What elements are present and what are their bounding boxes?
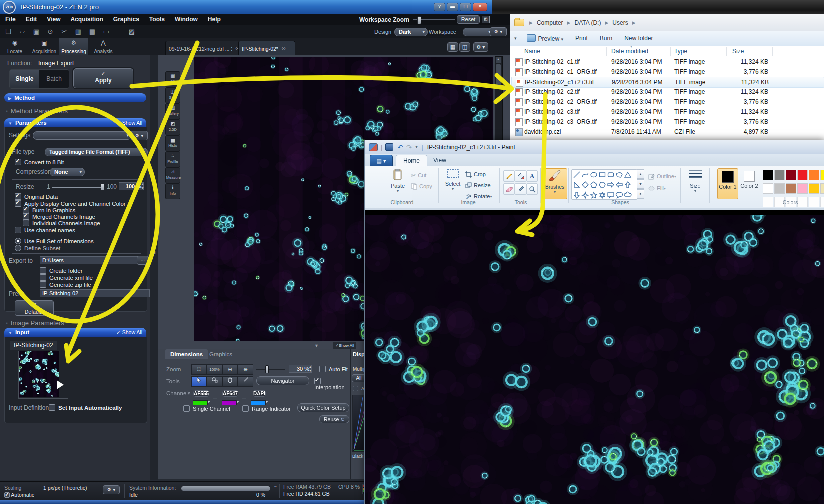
split-view-icon[interactable]: ◫ [459,42,470,52]
paste-button[interactable]: Paste▾ [387,168,409,199]
paint-canvas-area[interactable] [365,210,824,504]
view-2d-button[interactable]: ▦2D [165,71,180,87]
channel-dapi[interactable]: DAPI▾ [248,388,270,406]
tab-analysis[interactable]: ⋀Analysis [89,38,118,55]
document-tab-1[interactable]: 09-19-16-PC12-neg ctrl ... 1.czi*⊗ [165,41,243,56]
find-icon[interactable]: ⊙ [45,27,55,36]
define-subset-radio[interactable]: Define Subset [15,245,60,251]
resize-slider[interactable] [52,187,104,188]
scroll-down-icon[interactable]: ▼ [637,179,644,189]
merged-channels-checkbox[interactable]: Merged Channels Image [23,213,95,220]
file-row-selected[interactable]: IP-Stitching-02_c1+2+3.tif9/28/2016 3:04… [511,77,824,88]
paint-titlebar[interactable]: | ↶ ↷ ▾ | IP-Stitching-02_c1+2+3.tif - P… [365,140,824,154]
color-picker-tool-icon[interactable] [515,183,526,195]
shape-pentagon-icon[interactable] [589,181,598,189]
file-row[interactable]: IP-Stitching-02_c1_ORG.tif9/28/2016 3:04… [511,67,823,77]
fill-tool-icon[interactable] [515,170,526,182]
shape-right-triangle-icon[interactable] [572,181,581,189]
palette-empty-slot[interactable] [820,197,824,207]
breadcrumb-computer[interactable]: Computer [535,19,565,26]
eraser-tool-icon[interactable] [503,183,515,195]
crop-button[interactable]: Crop [465,169,486,179]
paste-icon[interactable]: ▤ [87,27,97,36]
file-type-select[interactable]: Tagged Image File Format (TIFF) [45,148,148,156]
new-folder-button[interactable]: New folder [618,35,659,42]
breadcrumb-data-d[interactable]: DATA (D:) [573,19,603,26]
file-row[interactable]: IP-Stitching-02_c3_ORG.tif9/28/2016 3:04… [511,117,823,127]
column-date-modified[interactable]: Date modified [611,48,648,55]
palette-color[interactable] [763,183,773,194]
reuse-button[interactable]: Reuse ↻ [319,415,349,423]
input-thumbnail[interactable] [19,351,59,397]
workspace-zoom-reset-button[interactable]: Reset [457,15,480,24]
single-button[interactable]: Single [10,70,39,88]
settings-gear-icon[interactable]: ⚙ ▾ [131,131,148,140]
palette-color[interactable] [774,183,785,194]
copy-button[interactable]: Copy [411,181,432,191]
hand-tool-icon[interactable] [222,376,238,387]
shape-triangle-icon[interactable] [623,170,632,179]
channel-dapi-swatch[interactable] [251,400,266,405]
zoom-spinner[interactable]: ▲▼ [309,365,312,373]
cut-icon[interactable]: ✂ [59,27,69,36]
view-info-button[interactable]: ℹInfo [165,183,180,199]
palette-color[interactable] [786,170,796,180]
breadcrumb-users[interactable]: Users [610,19,630,26]
use-channel-names-checkbox[interactable]: Use channel names [15,227,75,233]
paint-tab-home[interactable]: Home [396,155,427,167]
navigator-button[interactable]: Navigator [256,376,309,385]
palette-color[interactable] [763,170,773,180]
paint-tab-view[interactable]: View [426,155,453,166]
palette-color[interactable] [797,170,808,180]
grid-view-icon[interactable]: ▦ [447,42,458,52]
collapse-left-icon[interactable]: ◀ [152,250,155,255]
chevron-down-icon[interactable]: ▾ [266,400,268,404]
shape-callout-rect-icon[interactable] [606,191,615,199]
tab-dimensions[interactable]: Dimensions [165,349,208,359]
windows-taskbar[interactable] [0,500,364,504]
workspace-select[interactable] [463,28,494,36]
generate-zip-checkbox[interactable]: Generate zip file [40,281,91,288]
burn-button[interactable]: Burn [594,35,618,42]
menu-tools[interactable]: Tools [144,14,170,25]
document-tab-2[interactable]: IP-Stitching-02*⊗ [238,41,295,56]
compression-select[interactable]: None [50,168,85,176]
file-row[interactable]: IP-Stitching-02_c2_ORG.tif9/28/2016 3:04… [511,97,823,107]
settings-select[interactable] [33,131,132,140]
shape-arrow-up-icon[interactable] [623,181,632,189]
column-type[interactable]: Type [674,48,687,55]
organize-dropdown-icon[interactable]: ▾ [510,36,521,41]
view-profile-button[interactable]: ≈Profile [165,151,180,167]
tab-locate[interactable]: ◉Locate [0,38,29,55]
palette-color[interactable] [809,170,819,180]
shape-arrow-right-icon[interactable] [606,181,615,189]
palette-color[interactable] [786,183,796,194]
copy-icon[interactable]: ▥ [73,27,83,36]
resize-value-input[interactable]: 100 % [119,182,144,190]
help-button[interactable]: ? [434,3,445,11]
tabs-gear-icon[interactable]: ⚙ ▾ [473,42,488,52]
size-button[interactable]: Size▾ [684,168,706,199]
quick-access-dropdown-icon[interactable]: ▾ [416,145,418,149]
panel-splitter[interactable]: ◀ [150,55,158,480]
design-select[interactable]: Dark [394,28,428,36]
open-icon[interactable]: ▱ [17,27,27,36]
apply-display-curve-checkbox[interactable]: Apply Display Curve and Channel Color [15,200,126,207]
shape-ellipse-icon[interactable] [589,170,598,179]
maximize-button[interactable]: ▢ [460,3,471,11]
original-data-checkbox[interactable]: Original Data [15,193,58,200]
view-25d-button[interactable]: ◩2.5D [165,119,180,135]
convert-8bit-checkbox[interactable]: Convert to 8 Bit [15,159,64,165]
outline-button[interactable]: Outline ▾ [648,171,676,181]
apply-button[interactable]: ✓ Apply [73,68,133,88]
save-icon[interactable]: ▣ [31,27,41,36]
menu-view[interactable]: View [42,14,65,25]
set-input-auto-checkbox[interactable]: Set Input Automatically [49,404,122,411]
palette-color[interactable] [797,183,808,194]
paint-file-menu-button[interactable]: ▤ ▾ [370,155,393,167]
channel-af647-swatch[interactable] [222,400,237,405]
input-show-all[interactable]: ✓ Show All [116,328,142,337]
zoom-100-button[interactable]: 100% [207,364,222,375]
browse-button[interactable]: ... [137,256,149,265]
resize-button[interactable]: Resize [465,180,491,190]
